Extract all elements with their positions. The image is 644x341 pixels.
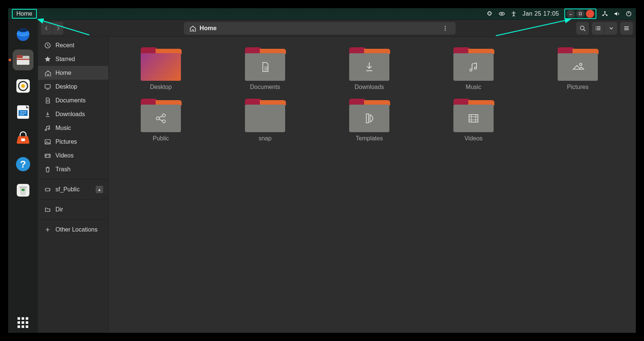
svg-rect-45: [469, 115, 478, 122]
clock[interactable]: Jan 25 17:05: [522, 10, 559, 17]
forward-button[interactable]: [52, 22, 63, 35]
folder-icon: [245, 47, 285, 81]
svg-rect-24: [579, 13, 581, 15]
close-button[interactable]: [586, 10, 594, 18]
active-app-label[interactable]: Home: [12, 9, 37, 19]
folder-label: Pictures: [567, 84, 589, 90]
sidebar-item-label: Home: [55, 70, 71, 76]
folder-templates[interactable]: Templates: [325, 99, 414, 142]
folder-icon: [141, 47, 181, 81]
clock-icon: [44, 42, 51, 49]
window-controls-annotation: [564, 9, 596, 19]
svg-rect-39: [19, 187, 27, 188]
folder-label: Documents: [250, 84, 280, 90]
sidebar-item-label: Documents: [55, 97, 86, 104]
sidebar-item-label: Pictures: [55, 138, 77, 145]
eject-button[interactable]: ▲: [96, 186, 103, 193]
folder-icon: [453, 99, 494, 132]
download-icon: [44, 111, 51, 118]
folder-icon: [453, 47, 494, 81]
folder-pictures[interactable]: Pictures: [533, 47, 622, 90]
svg-point-42: [162, 114, 165, 117]
drive-icon: [44, 186, 51, 193]
sidebar-item-label: Dir: [55, 206, 63, 213]
folder-downloads[interactable]: Downloads: [325, 47, 414, 90]
home-icon: [44, 70, 51, 76]
folder-music[interactable]: Music: [429, 47, 518, 90]
desktop-icon: [44, 83, 51, 90]
folder-documents[interactable]: Documents: [220, 47, 310, 90]
file-manager-window: Home Recent Starred Home Desktop Documen…: [38, 20, 636, 333]
folder-icon: [349, 99, 389, 132]
top-panel: Home Jan 25 17:05: [8, 8, 636, 20]
sidebar-item-label: Downloads: [55, 111, 85, 118]
dock-app-files[interactable]: [13, 50, 34, 70]
sidebar-item-label: Starred: [55, 56, 75, 63]
dock-app-trash[interactable]: [13, 180, 34, 201]
sidebar-item-label: Other Locations: [55, 226, 98, 233]
volume-icon[interactable]: [613, 10, 620, 17]
folder-view[interactable]: Desktop Documents Downloads Music Pictur…: [109, 37, 636, 333]
doc-icon: [44, 97, 51, 104]
folder-snap[interactable]: snap: [220, 99, 310, 142]
sidebar-other-locations[interactable]: Other Locations: [38, 223, 108, 236]
svg-rect-29: [17, 59, 29, 60]
sidebar-item-documents[interactable]: Documents: [38, 93, 108, 107]
folder-public[interactable]: Public: [116, 99, 205, 142]
sidebar-item-trash[interactable]: Trash: [38, 162, 108, 176]
sidebar-item-pictures[interactable]: Pictures: [38, 135, 108, 149]
sidebar-item-dir[interactable]: Dir: [38, 203, 108, 216]
folder-icon: [349, 47, 389, 81]
folder-icon: [558, 47, 598, 81]
sidebar-item-videos[interactable]: Videos: [38, 149, 108, 162]
sidebar-item-label: Videos: [55, 152, 74, 159]
folder-desktop[interactable]: Desktop: [116, 47, 205, 90]
path-label: Home: [200, 25, 217, 32]
sidebar-item-sf_public[interactable]: sf_Public▲: [38, 182, 108, 196]
plus-icon: [44, 226, 51, 233]
dock-app-software[interactable]: [13, 128, 34, 149]
dock-app-rhythmbox[interactable]: [13, 76, 34, 96]
accessibility-icon[interactable]: [510, 10, 517, 17]
extension-icon[interactable]: [487, 10, 493, 17]
picture-icon: [44, 138, 51, 145]
folder-label: Music: [466, 84, 481, 90]
folder-icon: [44, 206, 51, 213]
folder-label: Downloads: [354, 84, 384, 90]
folder-videos[interactable]: Videos: [429, 99, 518, 142]
maximize-button[interactable]: [576, 10, 584, 18]
star-icon: [44, 56, 51, 63]
minimize-button[interactable]: [567, 10, 575, 18]
svg-rect-44: [366, 114, 369, 123]
folder-label: snap: [259, 135, 272, 142]
home-icon: [189, 25, 196, 32]
path-bar[interactable]: Home: [66, 22, 573, 35]
back-button[interactable]: [41, 22, 52, 35]
power-icon[interactable]: [625, 10, 632, 17]
network-icon[interactable]: [602, 10, 608, 17]
view-list-button[interactable]: [592, 22, 605, 35]
search-button[interactable]: [576, 22, 589, 35]
sidebar-item-downloads[interactable]: Downloads: [38, 107, 108, 121]
dock-app-writer[interactable]: [13, 102, 34, 122]
disc-tray-icon[interactable]: [498, 10, 505, 17]
sidebar-item-starred[interactable]: Starred: [38, 52, 108, 66]
dock-app-thunderbird[interactable]: [13, 23, 34, 44]
sidebar-item-music[interactable]: Music: [38, 121, 108, 135]
folder-icon: [141, 99, 181, 132]
desktop: Home Jan 25 17:05: [8, 8, 636, 333]
sidebar-item-recent[interactable]: Recent: [38, 38, 108, 52]
dock-app-help[interactable]: ?: [13, 154, 34, 175]
svg-point-43: [162, 120, 165, 123]
hamburger-menu-button[interactable]: [620, 22, 633, 35]
sidebar-item-home[interactable]: Home: [38, 66, 108, 80]
svg-point-40: [580, 63, 582, 66]
dock: ?: [8, 20, 38, 333]
video-icon: [44, 152, 51, 159]
view-options-button[interactable]: [605, 22, 617, 35]
sidebar-item-desktop[interactable]: Desktop: [38, 80, 108, 93]
folder-label: Templates: [356, 135, 383, 142]
show-applications-button[interactable]: [8, 317, 38, 328]
path-menu-button[interactable]: [440, 23, 450, 34]
sidebar-item-label: Music: [55, 125, 71, 131]
